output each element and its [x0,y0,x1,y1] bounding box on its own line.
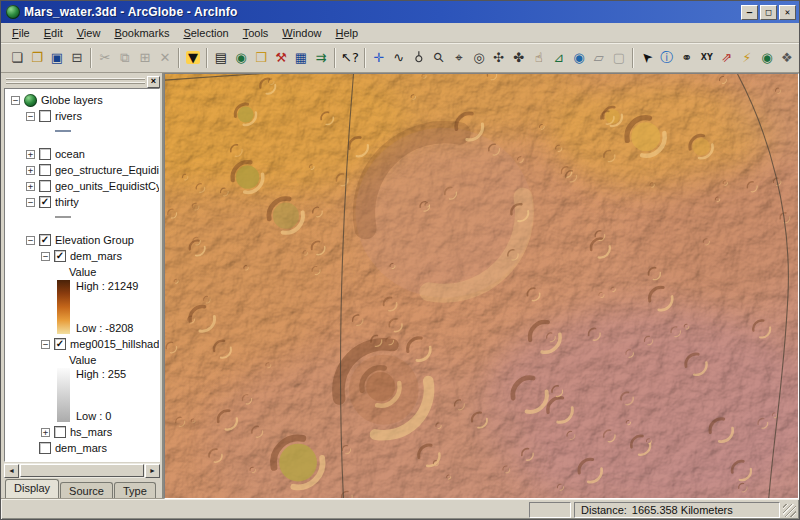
layer-label[interactable]: rivers [55,110,82,122]
menu-tools[interactable]: Tools [236,25,276,41]
expand-icon[interactable]: + [26,166,35,175]
find-icon[interactable]: ⚭ [678,47,696,69]
print-icon[interactable]: ⊟ [68,47,86,69]
layer-label[interactable]: ocean [55,148,85,160]
layer-checkbox[interactable] [39,148,51,160]
pan-icon[interactable]: ☝ [530,47,548,69]
fly-icon[interactable]: ∿ [390,47,408,69]
layer-row: −✓Elevation Group [7,232,159,248]
layer-label[interactable]: hs_mars [70,426,112,438]
collapse-icon[interactable]: − [26,112,35,121]
paste-icon[interactable]: ⊞ [136,47,154,69]
layer-checkbox[interactable]: ✓ [54,250,66,262]
select-features-icon[interactable]: ▱ [590,47,608,69]
maximize-button[interactable]: □ [760,5,777,20]
expand-icon[interactable]: + [41,428,50,437]
identify-icon[interactable]: ⓘ [658,47,676,69]
layer-checkbox[interactable] [54,426,66,438]
expand-icon[interactable]: + [26,182,35,191]
layer-label[interactable]: Globe layers [41,94,103,106]
menu-edit[interactable]: Edit [37,25,70,41]
copy-icon[interactable]: ⧉ [116,47,134,69]
zoom-to-target-icon[interactable]: ◎ [470,47,488,69]
line-symbol [55,130,71,132]
whats-this-help-icon[interactable]: ↖? [340,47,360,69]
menu-help[interactable]: Help [329,25,366,41]
layer-label[interactable]: geo_structure_EquidistC [55,164,159,176]
arctoolbox-icon[interactable]: ⚒ [272,47,290,69]
open-folder-icon[interactable]: ❐ [28,47,46,69]
center-on-target-icon[interactable]: ⌖ [450,47,468,69]
new-document-icon[interactable]: ❏ [8,47,26,69]
arcglobe-app-icon [6,5,20,19]
modelbuilder-icon[interactable]: ⇉ [312,47,330,69]
zoom-in-icon[interactable]: ⚲ [430,47,448,69]
panel-grip[interactable] [6,78,145,85]
legend-heading: Value [7,264,159,279]
layer-checkbox[interactable]: ✓ [54,338,66,350]
layer-checkbox[interactable] [39,164,51,176]
menu-view[interactable]: View [70,25,108,41]
layer-label[interactable]: dem_mars [70,250,122,262]
layer-checkbox[interactable]: ✓ [39,196,51,208]
menu-file[interactable]: File [5,25,37,41]
collapse-icon[interactable]: − [41,252,50,261]
layer-checkbox[interactable] [39,110,51,122]
layer-checkbox[interactable] [39,180,51,192]
animation-globe-icon[interactable]: ◉ [758,47,776,69]
navigate-icon[interactable]: ✛ [370,47,388,69]
viewer-window-icon[interactable]: ❖ [778,47,796,69]
close-button[interactable]: ✕ [779,5,796,20]
save-icon[interactable]: ▣ [48,47,66,69]
minimize-button[interactable]: – [741,5,758,20]
full-extent-icon[interactable]: ◉ [570,47,588,69]
toc-panel: × −Globe layers−rivers+ocean+geo_structu… [1,73,164,499]
add-data-icon[interactable]: ▼ [184,47,202,69]
title-bar[interactable]: Mars_water.3dd - ArcGlobe - ArcInfo – □ … [1,1,799,23]
cut-icon[interactable]: ✂ [96,47,114,69]
layer-row: +hs_mars [7,424,159,440]
tab-display[interactable]: Display [5,479,59,499]
goto-xy-icon[interactable]: XY [698,47,716,69]
layer-label[interactable]: Elevation Group [55,234,134,246]
collapse-icon[interactable]: − [41,340,50,349]
delete-icon[interactable]: ✕ [156,47,174,69]
collapse-icon[interactable]: − [26,236,35,245]
layer-label[interactable]: dem_mars [55,442,107,454]
fixed-zoom-in-icon[interactable]: ✣ [490,47,508,69]
layer-label[interactable]: thirty [55,196,79,208]
toc-close-button[interactable]: × [147,76,160,88]
surface-measure-icon[interactable]: ⊿ [550,47,568,69]
scroll-left-icon[interactable]: ◄ [4,464,19,478]
toc-tabs: DisplaySourceType [4,478,160,499]
command-window-icon[interactable]: ▦ [292,47,310,69]
scroll-right-icon[interactable]: ► [145,464,160,478]
collapse-icon[interactable]: − [26,198,35,207]
resize-grip[interactable] [783,504,796,517]
toc-window-icon[interactable]: ▤ [212,47,230,69]
measure-icon[interactable]: ⇗ [718,47,736,69]
layer-label[interactable]: meg0015_hillshade.t [70,338,159,350]
toc-horizontal-scrollbar[interactable]: ◄ ► [4,463,160,478]
status-bar: Distance: 1665.358 Kilometers [1,499,799,519]
layer-checkbox[interactable]: ✓ [39,234,51,246]
menu-selection[interactable]: Selection [176,25,235,41]
select-elements-icon[interactable]: ➤ [638,47,656,69]
tab-source[interactable]: Source [60,482,113,499]
layer-checkbox[interactable] [39,442,51,454]
lightning-hyperlink-icon[interactable]: ⚡ [738,47,756,69]
fixed-zoom-out-icon[interactable]: ✤ [510,47,528,69]
menu-window[interactable]: Window [275,25,328,41]
expand-icon[interactable]: + [26,150,35,159]
legend-ramp: High : 21249Low : -8208 [7,280,159,334]
layer-label[interactable]: geo_units_EquidistCyl [55,180,159,192]
map-view[interactable] [164,73,799,499]
clear-selection-icon[interactable]: ▢ [610,47,628,69]
scrollbar-thumb[interactable] [20,464,144,477]
set-observer-icon[interactable]: ⚲ [410,47,428,69]
collapse-icon[interactable]: − [11,96,20,105]
tab-type[interactable]: Type [114,482,156,499]
arcmap-globe-icon[interactable]: ◉ [232,47,250,69]
arccatalog-icon[interactable]: ❒ [252,47,270,69]
menu-bookmarks[interactable]: Bookmarks [107,25,176,41]
